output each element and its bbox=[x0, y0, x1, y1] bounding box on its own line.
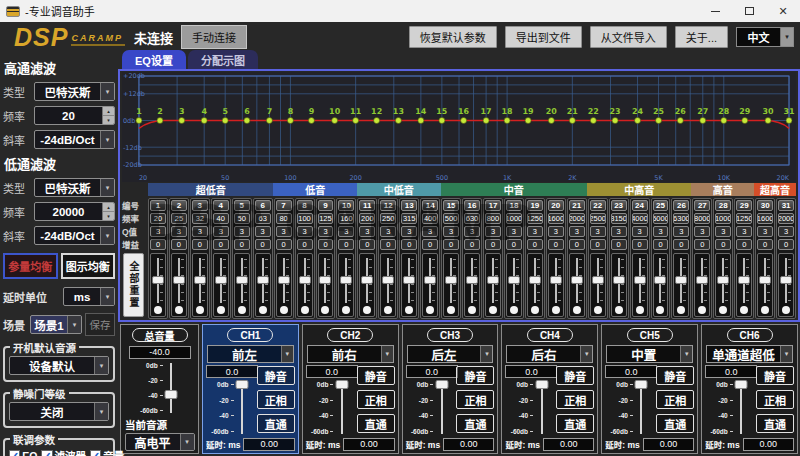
eq-gain-slider[interactable] bbox=[401, 253, 417, 317]
band-bypass-dot[interactable] bbox=[196, 306, 204, 314]
eq-band-freq[interactable]: 500 bbox=[443, 213, 459, 224]
phase-button[interactable]: 正相 bbox=[257, 390, 295, 409]
eq-band-freq[interactable]: 1250 bbox=[736, 213, 752, 224]
eq-band-q[interactable]: 3 bbox=[778, 226, 794, 237]
delay-value[interactable]: 0.00 bbox=[643, 438, 694, 451]
minimize-button[interactable] bbox=[698, 0, 732, 22]
slider-handle[interactable] bbox=[340, 276, 352, 284]
slider-handle[interactable] bbox=[215, 276, 227, 284]
band-bypass-dot[interactable] bbox=[342, 306, 350, 314]
channel-gain-value[interactable]: 0.0 bbox=[406, 365, 458, 378]
band-bypass-dot[interactable] bbox=[426, 306, 434, 314]
eq-band-q[interactable]: 3 bbox=[213, 226, 229, 237]
eq-gain-slider[interactable] bbox=[715, 253, 731, 317]
eq-band-q[interactable]: 3 bbox=[464, 226, 480, 237]
eq-band-q[interactable]: 3 bbox=[757, 226, 773, 237]
eq-band-q[interactable]: 3 bbox=[715, 226, 731, 237]
band-bypass-dot[interactable] bbox=[594, 306, 602, 314]
fader-handle[interactable] bbox=[435, 380, 448, 389]
band-bypass-dot[interactable] bbox=[740, 306, 748, 314]
squelch-select[interactable]: 关闭 ▾ bbox=[9, 402, 109, 421]
eq-band-gain[interactable]: 0 bbox=[443, 239, 459, 250]
slider-handle[interactable] bbox=[361, 276, 373, 284]
channel-title[interactable]: CH6 bbox=[727, 328, 773, 342]
eq-band-q[interactable]: 3 bbox=[192, 226, 208, 237]
slider-handle[interactable] bbox=[592, 276, 604, 284]
eq-band-gain[interactable]: 0 bbox=[757, 239, 773, 250]
eq-gain-slider[interactable] bbox=[213, 253, 229, 317]
master-volume-value[interactable]: -40.0 bbox=[129, 346, 191, 359]
channel-gain-value[interactable]: 0.0 bbox=[605, 365, 657, 378]
eq-band-q[interactable]: 3 bbox=[234, 226, 250, 237]
eq-band-q[interactable]: 3 bbox=[338, 226, 354, 237]
channel-gain-value[interactable]: 0.0 bbox=[206, 365, 258, 378]
eq-band-freq[interactable]: 3150 bbox=[611, 213, 627, 224]
eq-gain-slider[interactable] bbox=[590, 253, 606, 317]
eq-band-gain[interactable]: 0 bbox=[569, 239, 585, 250]
speaker-select[interactable]: 中置▾ bbox=[606, 345, 693, 363]
language-select[interactable]: 中文 ▾ bbox=[736, 27, 794, 47]
save-scene-button[interactable]: 保存 bbox=[85, 313, 115, 336]
slider-handle[interactable] bbox=[571, 276, 583, 284]
eq-band-freq[interactable]: 160 bbox=[338, 213, 354, 224]
delay-value[interactable]: 0.00 bbox=[343, 438, 394, 451]
eq-gain-slider[interactable] bbox=[464, 253, 480, 317]
channel-gain-value[interactable]: 0.0 bbox=[505, 365, 557, 378]
speaker-select[interactable]: 前左▾ bbox=[207, 345, 294, 363]
master-fader[interactable] bbox=[164, 361, 179, 415]
eq-band-gain[interactable]: 0 bbox=[234, 239, 250, 250]
slider-handle[interactable] bbox=[759, 276, 771, 284]
manual-connect-button[interactable]: 手动连接 bbox=[181, 25, 247, 49]
fader-handle[interactable] bbox=[335, 380, 348, 389]
direct-button[interactable]: 直通 bbox=[257, 414, 295, 433]
checkbox-eq[interactable]: ✓ bbox=[9, 450, 20, 456]
eq-band-q[interactable]: 3 bbox=[297, 226, 313, 237]
eq-band-gain[interactable]: 0 bbox=[276, 239, 292, 250]
eq-band-freq[interactable]: 63 bbox=[255, 213, 271, 224]
slider-handle[interactable] bbox=[382, 276, 394, 284]
eq-band-q[interactable]: 3 bbox=[276, 226, 292, 237]
channel-gain-value[interactable]: 0.0 bbox=[306, 365, 358, 378]
mute-button[interactable]: 静音 bbox=[357, 366, 395, 385]
slider-handle[interactable] bbox=[738, 276, 750, 284]
slider-handle[interactable] bbox=[173, 276, 185, 284]
eq-band-gain[interactable]: 0 bbox=[150, 239, 166, 250]
eq-band-freq[interactable]: 1250 bbox=[527, 213, 543, 224]
speaker-select[interactable]: 后左▾ bbox=[407, 345, 494, 363]
eq-band-gain[interactable]: 0 bbox=[715, 239, 731, 250]
eq-gain-slider[interactable] bbox=[234, 253, 250, 317]
eq-band-q[interactable]: 3 bbox=[318, 226, 334, 237]
eq-band-q[interactable]: 3 bbox=[359, 226, 375, 237]
scene-select[interactable]: 场景1 ▾ bbox=[30, 315, 82, 334]
hpf-slope-select[interactable]: -24dB/Oct ▾ bbox=[34, 130, 115, 149]
eq-band-freq[interactable]: 2000 bbox=[778, 213, 794, 224]
eq-band-gain[interactable]: 0 bbox=[736, 239, 752, 250]
band-bypass-dot[interactable] bbox=[238, 306, 246, 314]
eq-gain-slider[interactable] bbox=[192, 253, 208, 317]
slider-handle[interactable] bbox=[717, 276, 729, 284]
eq-band-freq[interactable]: 2500 bbox=[590, 213, 606, 224]
eq-band-freq[interactable]: 315 bbox=[401, 213, 417, 224]
slider-handle[interactable] bbox=[508, 276, 520, 284]
mute-button[interactable]: 静音 bbox=[756, 366, 794, 385]
band-bypass-dot[interactable] bbox=[447, 306, 455, 314]
band-bypass-dot[interactable] bbox=[384, 306, 392, 314]
eq-band-gain[interactable]: 0 bbox=[527, 239, 543, 250]
eq-band-q[interactable]: 3 bbox=[611, 226, 627, 237]
eq-band-gain[interactable]: 0 bbox=[632, 239, 648, 250]
eq-band-q[interactable]: 3 bbox=[694, 226, 710, 237]
eq-band-gain[interactable]: 0 bbox=[171, 239, 187, 250]
fader-handle[interactable] bbox=[535, 380, 548, 389]
slider-handle[interactable] bbox=[278, 276, 290, 284]
eq-band-freq[interactable]: 800 bbox=[485, 213, 501, 224]
fader-handle[interactable] bbox=[735, 380, 748, 389]
eq-gain-slider[interactable] bbox=[527, 253, 543, 317]
eq-gain-slider[interactable] bbox=[276, 253, 292, 317]
eq-band-q[interactable]: 3 bbox=[380, 226, 396, 237]
eq-band-freq[interactable]: 80 bbox=[276, 213, 292, 224]
eq-gain-slider[interactable] bbox=[297, 253, 313, 317]
eq-band-gain[interactable]: 0 bbox=[778, 239, 794, 250]
band-bypass-dot[interactable] bbox=[761, 306, 769, 314]
channel-fader[interactable] bbox=[434, 380, 449, 436]
eq-band-q[interactable]: 3 bbox=[527, 226, 543, 237]
